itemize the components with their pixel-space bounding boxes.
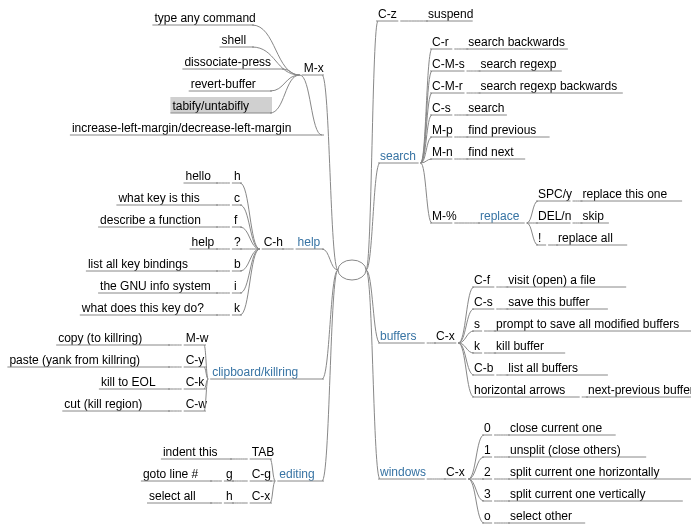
windows-label[interactable]: select other <box>510 509 572 523</box>
windows-label[interactable]: split current one horizontally <box>510 465 659 479</box>
search-key[interactable]: C-M-r <box>432 79 463 93</box>
help-label[interactable]: the GNU info system <box>100 279 211 293</box>
buffers-label[interactable]: kill buffer <box>496 339 544 353</box>
help-label[interactable]: list all key bindings <box>88 257 188 271</box>
clipboard-key[interactable]: C-k <box>186 375 206 389</box>
windows-key[interactable]: 0 <box>484 421 491 435</box>
buffers-key[interactable]: C-f <box>474 273 491 287</box>
clipboard-label[interactable]: kill to EOL <box>101 375 156 389</box>
key-ch[interactable]: C-h <box>264 235 283 249</box>
replace-key[interactable]: SPC/y <box>538 187 572 201</box>
buffers-key[interactable]: C-b <box>474 361 494 375</box>
category-replace[interactable]: replace <box>480 209 520 223</box>
editing-subkey[interactable]: g <box>226 467 233 481</box>
help-label[interactable]: help <box>192 235 215 249</box>
mx-item[interactable]: revert-buffer <box>191 77 256 91</box>
category-windows[interactable]: windows <box>379 465 426 479</box>
buffers-key[interactable]: k <box>474 339 481 353</box>
search-key[interactable]: C-M-s <box>432 57 465 71</box>
help-label[interactable]: what key is this <box>117 191 199 205</box>
clipboard-label[interactable]: paste (yank from killring) <box>9 353 140 367</box>
search-key[interactable]: C-r <box>432 35 449 49</box>
replace-label[interactable]: replace all <box>558 231 613 245</box>
windows-label[interactable]: close current one <box>510 421 602 435</box>
buffers-key[interactable]: horizontal arrows <box>474 383 565 397</box>
windows-label[interactable]: unsplit (close others) <box>510 443 621 457</box>
mx-item[interactable]: tabify/untabifly <box>172 99 249 113</box>
buffers-label[interactable]: visit (open) a file <box>508 273 596 287</box>
mx-item[interactable]: dissociate-press <box>184 55 271 69</box>
windows-key[interactable]: 3 <box>484 487 491 501</box>
clipboard-label[interactable]: copy (to killring) <box>58 331 142 345</box>
buffers-key[interactable]: s <box>474 317 480 331</box>
mindmap-canvas: C-zsuspendsearchC-rsearch backwardsC-M-s… <box>0 0 691 529</box>
help-key[interactable]: ? <box>234 235 241 249</box>
editing-label[interactable]: goto line # <box>143 467 199 481</box>
root-node[interactable] <box>338 260 366 280</box>
editing-label[interactable]: indent this <box>163 445 218 459</box>
replace-label[interactable]: skip <box>583 209 605 223</box>
help-label[interactable]: describe a function <box>100 213 201 227</box>
editing-key[interactable]: TAB <box>252 445 274 459</box>
key-cz[interactable]: C-z <box>378 7 397 21</box>
help-key[interactable]: h <box>234 169 241 183</box>
mx-item[interactable]: type any command <box>154 11 255 25</box>
category-search[interactable]: search <box>380 149 416 163</box>
buffers-key[interactable]: C-s <box>474 295 493 309</box>
help-label[interactable]: hello <box>186 169 212 183</box>
clipboard-key[interactable]: C-y <box>186 353 205 367</box>
buffers-label[interactable]: save this buffer <box>508 295 589 309</box>
help-key[interactable]: c <box>234 191 240 205</box>
key-mx[interactable]: M-x <box>304 61 324 75</box>
buffers-label[interactable]: next-previous buffer <box>588 383 691 397</box>
key-cx-windows[interactable]: C-x <box>446 465 465 479</box>
buffers-label[interactable]: prompt to save all modified buffers <box>496 317 679 331</box>
search-label[interactable]: search backwards <box>468 35 565 49</box>
search-label[interactable]: search regexp <box>481 57 557 71</box>
windows-key[interactable]: 1 <box>484 443 491 457</box>
search-key[interactable]: M-p <box>432 123 453 137</box>
clipboard-key[interactable]: C-w <box>186 397 208 411</box>
windows-key[interactable]: 2 <box>484 465 491 479</box>
clipboard-label[interactable]: cut (kill region) <box>64 397 142 411</box>
editing-key[interactable]: C-x <box>252 489 271 503</box>
replace-key[interactable]: DEL/n <box>538 209 571 223</box>
help-key[interactable]: f <box>234 213 238 227</box>
help-key[interactable]: b <box>234 257 241 271</box>
windows-key[interactable]: o <box>484 509 491 523</box>
search-label[interactable]: search <box>468 101 504 115</box>
mx-item[interactable]: shell <box>222 33 247 47</box>
search-key[interactable]: C-s <box>432 101 451 115</box>
editing-subkey[interactable]: h <box>226 489 233 503</box>
search-key[interactable]: M-n <box>432 145 453 159</box>
key-mpct[interactable]: M-% <box>432 209 457 223</box>
buffers-label[interactable]: list all buffers <box>508 361 578 375</box>
help-label[interactable]: what does this key do? <box>81 301 204 315</box>
clipboard-key[interactable]: M-w <box>186 331 209 345</box>
category-editing[interactable]: editing <box>279 467 314 481</box>
windows-label[interactable]: split current one vertically <box>510 487 645 501</box>
key-cx-buffers[interactable]: C-x <box>436 329 455 343</box>
replace-label[interactable]: replace this one <box>583 187 668 201</box>
category-help[interactable]: help <box>298 235 321 249</box>
search-label[interactable]: find previous <box>468 123 536 137</box>
help-key[interactable]: k <box>234 301 241 315</box>
editing-label[interactable]: select all <box>149 489 196 503</box>
label-suspend[interactable]: suspend <box>428 7 473 21</box>
search-label[interactable]: find next <box>468 145 514 159</box>
help-key[interactable]: i <box>234 279 237 293</box>
category-clipboard[interactable]: clipboard/killring <box>212 365 298 379</box>
category-buffers[interactable]: buffers <box>380 329 416 343</box>
search-label[interactable]: search regexp backwards <box>481 79 618 93</box>
editing-key[interactable]: C-g <box>252 467 271 481</box>
mx-item[interactable]: increase-left-margin/decrease-left-margi… <box>72 121 291 135</box>
replace-key[interactable]: ! <box>538 231 541 245</box>
